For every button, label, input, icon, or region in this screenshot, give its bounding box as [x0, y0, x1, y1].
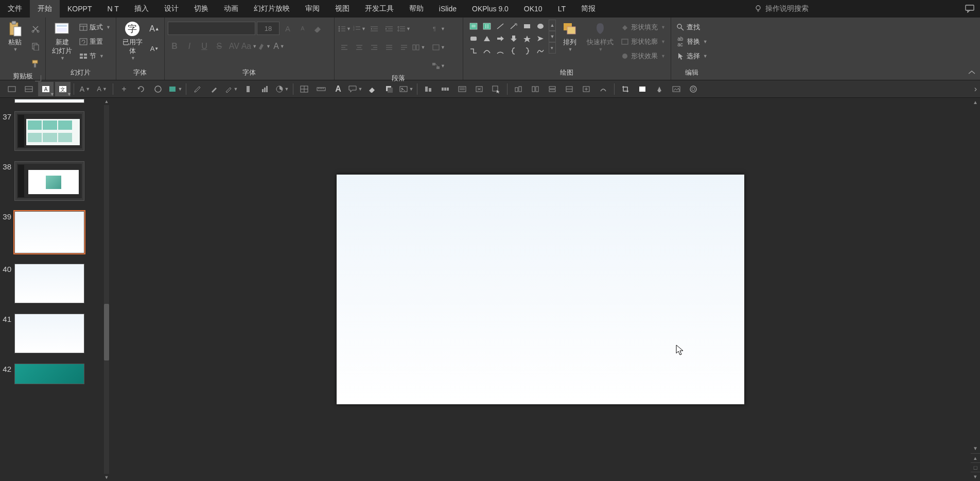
- qat-btn-a2[interactable]: A▼: [94, 82, 110, 96]
- shape-vtextbox-icon[interactable]: [481, 21, 493, 32]
- shape-oval-icon[interactable]: [534, 21, 547, 32]
- scroll-down-icon[interactable]: ▼: [971, 444, 980, 452]
- qat-lamp[interactable]: [652, 82, 667, 96]
- scroll-up-icon[interactable]: ▲: [103, 98, 110, 105]
- copy-button[interactable]: [29, 40, 42, 53]
- qat-btn-1[interactable]: [4, 82, 20, 96]
- font-name-combo[interactable]: [168, 22, 255, 35]
- goto-button[interactable]: □: [971, 462, 980, 472]
- slide-thumbnail[interactable]: [14, 161, 84, 201]
- qat-rotate[interactable]: [133, 82, 149, 96]
- qat-g6[interactable]: [596, 82, 611, 96]
- tab-design[interactable]: 设计: [156, 0, 186, 18]
- qat-erase[interactable]: [364, 82, 380, 96]
- slide-thumbnail[interactable]: [14, 211, 84, 253]
- qat-shape[interactable]: [240, 82, 256, 96]
- tab-ok10[interactable]: OK10: [516, 0, 550, 18]
- shape-star-icon[interactable]: [521, 33, 533, 44]
- canvas-scrollbar[interactable]: ▲ ▼ ▴ □ ▾: [971, 98, 980, 481]
- qat-select[interactable]: [488, 82, 504, 96]
- shape-brace-l-icon[interactable]: [507, 45, 520, 57]
- layout-button[interactable]: 版式▼: [77, 22, 113, 33]
- slide-thumbnail[interactable]: [14, 314, 84, 353]
- paste-button[interactable]: 粘贴 ▼: [3, 20, 27, 53]
- qat-plus[interactable]: +: [116, 82, 132, 96]
- tab-islide[interactable]: iSlide: [431, 0, 464, 18]
- shapes-gallery[interactable]: [466, 20, 548, 58]
- shape-brace-r-icon[interactable]: [521, 45, 533, 57]
- find-button[interactable]: 查找: [674, 22, 710, 33]
- qat-shadow[interactable]: [381, 82, 397, 96]
- qat-eyedrop[interactable]: [189, 82, 205, 96]
- tab-review[interactable]: 审阅: [297, 0, 327, 18]
- tab-home[interactable]: 开始: [30, 0, 60, 18]
- qat-chart[interactable]: [257, 82, 273, 96]
- qat-pie[interactable]: ▼: [274, 82, 290, 96]
- qat-fontcolor[interactable]: A▼: [77, 82, 93, 96]
- slide-thumbnail-partial[interactable]: [14, 99, 84, 103]
- thumbs-scrollbar[interactable]: ▲ ▼: [103, 98, 110, 481]
- qat-g1[interactable]: [511, 82, 526, 96]
- shape-outline-button[interactable]: 形状轮廓▼: [619, 36, 668, 47]
- shapes-scroll-down[interactable]: ▼: [549, 31, 556, 42]
- qat-g5[interactable]: [579, 82, 594, 96]
- tab-developer[interactable]: 开发工具: [357, 0, 401, 18]
- scroll-up-icon[interactable]: ▲: [971, 98, 980, 106]
- tab-brief[interactable]: 简报: [573, 0, 603, 18]
- qat-close[interactable]: [471, 82, 487, 96]
- scroll-down-icon[interactable]: ▼: [103, 474, 110, 481]
- qat-crop[interactable]: [618, 82, 633, 96]
- format-painter-button[interactable]: [29, 58, 42, 70]
- qat-fill[interactable]: ▼: [167, 82, 183, 96]
- tab-file[interactable]: 文件: [0, 0, 30, 18]
- tab-okplus[interactable]: OKPlus 9.0: [464, 0, 516, 18]
- collapse-ribbon-button[interactable]: [968, 70, 976, 76]
- slide-canvas-area[interactable]: [110, 98, 971, 481]
- shape-fill-button[interactable]: 形状填充▼: [619, 22, 668, 33]
- tell-me-search[interactable]: 操作说明搜索: [748, 0, 815, 18]
- qat-distribute[interactable]: [437, 82, 453, 96]
- qat-g3[interactable]: [545, 82, 560, 96]
- qat-brush[interactable]: ▼: [223, 82, 239, 96]
- shape-connector-icon[interactable]: [467, 45, 480, 57]
- qat-callout[interactable]: ▼: [347, 82, 363, 96]
- slide-thumbnail[interactable]: [14, 111, 84, 151]
- qat-ring[interactable]: [686, 82, 701, 96]
- qat-fill-white[interactable]: [635, 82, 650, 96]
- decrease-font-button[interactable]: A▼: [148, 42, 161, 55]
- shape-arc-icon[interactable]: [494, 45, 506, 57]
- tab-slideshow[interactable]: 幻灯片放映: [246, 0, 297, 18]
- shape-line-icon[interactable]: [494, 21, 506, 32]
- current-slide[interactable]: [337, 175, 744, 404]
- qat-img[interactable]: ▼: [398, 82, 414, 96]
- qat-align[interactable]: [421, 82, 436, 96]
- slide-thumbnail[interactable]: [14, 364, 84, 384]
- next-slide-button[interactable]: ▾: [971, 472, 980, 481]
- shape-rect-icon[interactable]: [521, 21, 533, 32]
- quick-styles-button[interactable]: 快速样式 ▼: [584, 20, 617, 53]
- new-slide-button[interactable]: 新建 幻灯片 ▼: [49, 20, 75, 62]
- reset-button[interactable]: 重置: [77, 36, 113, 47]
- dialog-launcher-icon[interactable]: [35, 75, 41, 81]
- replace-button[interactable]: abac替换▼: [674, 36, 710, 47]
- shape-arrow-head-icon[interactable]: [534, 33, 547, 44]
- slide-thumbnail[interactable]: [14, 264, 84, 303]
- cut-button[interactable]: [29, 23, 42, 35]
- font-size-combo[interactable]: 18: [257, 22, 279, 35]
- tab-koppt[interactable]: KOPPT: [60, 0, 99, 18]
- select-button[interactable]: 选择▼: [674, 50, 710, 62]
- tab-animations[interactable]: 动画: [216, 0, 246, 18]
- qat-g4[interactable]: [562, 82, 577, 96]
- arrange-button[interactable]: 排列 ▼: [558, 20, 582, 53]
- tab-help[interactable]: 帮助: [401, 0, 431, 18]
- section-button[interactable]: 节▼: [77, 50, 113, 62]
- tab-view[interactable]: 视图: [327, 0, 357, 18]
- shape-roundrect-icon[interactable]: [467, 33, 480, 44]
- shape-curve-icon[interactable]: [481, 45, 493, 57]
- shapes-more[interactable]: ▾: [549, 42, 556, 54]
- shapes-scroll-up[interactable]: ▲: [549, 20, 556, 31]
- shape-effects-button[interactable]: 形状效果▼: [619, 50, 668, 62]
- tab-lt[interactable]: LT: [550, 0, 573, 18]
- shape-textbox-icon[interactable]: [467, 21, 480, 32]
- qat-ruler[interactable]: [313, 82, 329, 96]
